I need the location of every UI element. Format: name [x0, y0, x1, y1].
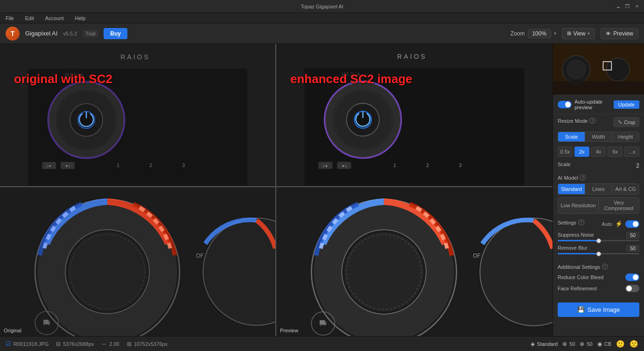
- blur-label: 50: [587, 341, 592, 347]
- tab-width[interactable]: Width: [585, 132, 612, 141]
- svg-text:⛟: ⛟: [43, 319, 50, 327]
- reduce-color-bleed-row: Reduce Color Bleed: [558, 274, 639, 281]
- preview-button[interactable]: 👁 Preview: [601, 28, 638, 39]
- settings-auto-label: Auto: [602, 221, 612, 227]
- scale-4x[interactable]: 4x: [591, 147, 606, 157]
- svg-point-25: [68, 232, 147, 311]
- settings-help-icon[interactable]: ?: [578, 219, 584, 225]
- scale-arrows-icon: ↔: [101, 341, 107, 347]
- remove-blur-value: 50: [626, 245, 639, 252]
- reduce-color-bleed-toggle[interactable]: [625, 274, 639, 281]
- suppress-noise-fill: [558, 240, 599, 241]
- scale-custom[interactable]: ...x: [624, 147, 639, 157]
- zoom-chevron-icon[interactable]: ▾: [554, 31, 556, 36]
- noise-item: ⊕ 50: [562, 341, 575, 347]
- ai-tab-low-res[interactable]: Low Resolution: [558, 197, 599, 213]
- menu-account[interactable]: Account: [43, 14, 66, 22]
- cb-icon: ◉: [597, 341, 602, 347]
- ai-tab-very-compressed[interactable]: Very Compressed: [599, 197, 639, 213]
- thumbnail-svg: [553, 44, 644, 95]
- save-icon: 💾: [577, 306, 585, 313]
- remove-blur-label-row: Remove Blur 50: [558, 245, 639, 252]
- tab-height[interactable]: Height: [612, 132, 639, 141]
- tab-scale[interactable]: Scale: [558, 132, 585, 141]
- svg-text:►|: ►|: [65, 164, 70, 168]
- additional-settings-help-icon[interactable]: ?: [602, 264, 608, 270]
- minimize-button[interactable]: 🗕: [615, 3, 622, 10]
- remove-blur-thumb[interactable]: [596, 252, 601, 256]
- zoom-label: Zoom: [511, 30, 525, 37]
- right-panel: Auto-update preview Update Resize Mode ?…: [553, 44, 644, 336]
- remove-blur-fill: [558, 253, 599, 254]
- settings-label: Settings ?: [558, 219, 584, 225]
- scale-value-row: Scale 2: [553, 160, 644, 172]
- filename-label: R0011918.JPG: [14, 341, 49, 347]
- cb-label: CB: [604, 341, 611, 347]
- suppress-noise-thumb[interactable]: [596, 239, 601, 243]
- ai-model-help-icon[interactable]: ?: [580, 175, 586, 181]
- output-dims-item: ⊞ 10752x5376px: [127, 341, 168, 347]
- zoom-value[interactable]: 100%: [528, 29, 551, 38]
- preview-thumbnail: [553, 44, 644, 95]
- blur-icon: ⊕: [580, 341, 584, 347]
- canvas-wrapper: RAIOS MEDIA: [0, 44, 553, 336]
- ai-model-label: AI Model ?: [558, 175, 639, 181]
- svg-text:⛟: ⛟: [319, 319, 327, 327]
- smiley-happy: 🙂: [616, 340, 625, 348]
- preview-corner-label: Preview: [280, 328, 298, 333]
- view-button[interactable]: ⊞ View ▾: [562, 28, 595, 39]
- statusbar: ☑ R0011918.JPG ⊟ 5376x2688px ↔ 2.00 ⊞ 10…: [0, 336, 644, 351]
- menu-help[interactable]: Help: [73, 14, 87, 22]
- face-refinement-toggle[interactable]: [625, 285, 639, 292]
- suppress-noise-track[interactable]: [558, 240, 639, 241]
- ai-model-tabs: Standard Lines Art & CG: [558, 183, 639, 195]
- main-content: RAIOS MEDIA: [0, 44, 644, 336]
- additional-settings-section: Additional Settings ? Reduce Color Bleed…: [553, 261, 644, 299]
- svg-text:RAIOS: RAIOS: [397, 53, 427, 60]
- model-item: ◈ Standard: [531, 341, 558, 347]
- maximize-button[interactable]: 🗖: [624, 3, 631, 10]
- auto-update-toggle[interactable]: [558, 101, 572, 108]
- view-grid-icon: ⊞: [567, 30, 571, 36]
- scale-6x[interactable]: 6x: [608, 147, 623, 157]
- menu-edit[interactable]: Edit: [23, 14, 36, 22]
- settings-auto-toggle[interactable]: [625, 220, 639, 228]
- ai-tab-lines[interactable]: Lines: [585, 184, 612, 194]
- scale-label: 2.00: [109, 341, 119, 347]
- scale-value-display: 2: [636, 162, 639, 169]
- save-label: Save Image: [588, 306, 620, 313]
- svg-text:|◄: |◄: [47, 164, 51, 168]
- crop-button[interactable]: ⤡ Crop: [614, 117, 639, 127]
- suppress-noise-label-row: Suppress Noise 50: [558, 232, 639, 239]
- resize-mode-help-icon[interactable]: ?: [589, 118, 595, 124]
- close-button[interactable]: ✕: [634, 3, 640, 10]
- suppress-noise-row: Suppress Noise 50: [558, 232, 639, 241]
- update-button[interactable]: Update: [614, 100, 639, 109]
- svg-point-68: [567, 60, 586, 79]
- scale-0-5x[interactable]: 0.5x: [558, 147, 573, 157]
- crop-arrows-icon: ⤡: [618, 119, 622, 125]
- right-image-panel: RAIOS MEDIA: [276, 44, 553, 336]
- save-image-button[interactable]: 💾 Save Image: [558, 302, 639, 317]
- view-chevron-icon: ▾: [588, 31, 590, 36]
- additional-settings-label: Additional Settings ?: [558, 264, 639, 270]
- output-icon: ⊞: [127, 341, 132, 347]
- scale-2x[interactable]: 2x: [574, 147, 589, 157]
- svg-text:RAIOS: RAIOS: [120, 53, 150, 61]
- model-label: Standard: [537, 341, 558, 347]
- view-label: View: [574, 30, 586, 37]
- trial-badge: Trial: [83, 30, 98, 37]
- canvas-area: RAIOS MEDIA: [0, 44, 553, 336]
- smiley-happy-icon: 🙂: [616, 340, 625, 348]
- ai-model-section: AI Model ? Standard Lines Art & CG Low R…: [553, 172, 644, 217]
- ai-tab-standard[interactable]: Standard: [558, 184, 585, 194]
- checkbox-icon[interactable]: ☑: [6, 340, 11, 347]
- buy-button[interactable]: Buy: [104, 28, 127, 39]
- svg-point-58: [344, 232, 424, 312]
- menubar: File Edit Account Help: [0, 13, 644, 23]
- ai-tab-art-cg[interactable]: Art & CG: [612, 184, 639, 194]
- enhanced-overlay-text: enhanced SC2 image: [290, 72, 413, 86]
- app-version: v5.5.2: [63, 31, 77, 36]
- menu-file[interactable]: File: [4, 14, 16, 22]
- remove-blur-track[interactable]: [558, 253, 639, 254]
